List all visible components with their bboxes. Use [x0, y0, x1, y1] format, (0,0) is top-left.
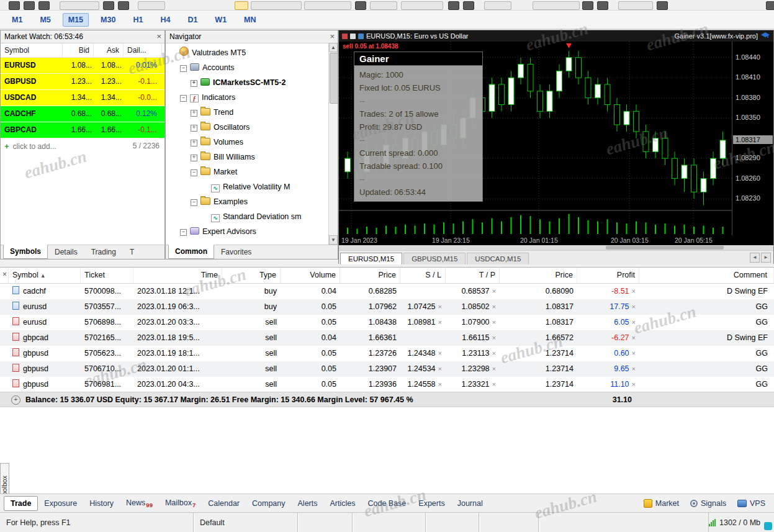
tab-trading[interactable]: Trading	[84, 245, 123, 259]
toolbar-fragment[interactable]	[448, 1, 459, 10]
expander-plus-icon[interactable]: +	[191, 140, 197, 147]
tab-mailbox[interactable]: Mailbox7	[159, 496, 202, 511]
scrollbar-thumb[interactable]	[606, 246, 724, 250]
nav-item-indicators[interactable]: −ƒIndicators	[166, 90, 328, 105]
toolbar-fragment[interactable]	[103, 1, 114, 10]
nav-item-standard-deviation-sm[interactable]: ∿Standard Deviation sm	[166, 209, 328, 224]
toolbar-fragment[interactable]	[60, 1, 99, 10]
expander-minus-icon[interactable]: −	[191, 199, 197, 206]
toolbar-fragment[interactable]	[235, 1, 248, 10]
column-header-t-p-7[interactable]: T / P	[446, 268, 500, 283]
toolbar-fragment[interactable]	[24, 1, 35, 10]
chart-horizontal-scrollbar[interactable]	[339, 245, 773, 250]
time-axis[interactable]: 19 Jan 202319 Jan 23:1520 Jan 01:1520 Ja…	[339, 235, 773, 245]
nav-item-trend[interactable]: +Trend	[166, 105, 328, 120]
column-header-type-3[interactable]: Type	[222, 268, 281, 283]
toolbar-fragment[interactable]	[533, 1, 580, 10]
tab-calendar[interactable]: Calendar	[202, 497, 246, 510]
tab-alerts[interactable]: Alerts	[292, 497, 324, 510]
tab-news[interactable]: News99	[120, 496, 159, 511]
position-row-eurusd-1[interactable]: eurusd5703557...2023.01.19 06:3...buy0.0…	[0, 299, 774, 315]
remove-icon[interactable]: ×	[632, 334, 636, 341]
expand-summary-icon[interactable]: +	[11, 395, 20, 405]
toolbar-fragment[interactable]	[657, 1, 668, 10]
toolbar-fragment[interactable]	[618, 1, 653, 10]
nav-item-examples[interactable]: −Examples	[166, 194, 328, 209]
scroll-up-icon[interactable]: ▲	[329, 43, 338, 52]
position-row-gbpcad-3[interactable]: gbpcad5702165...2023.01.18 19:5...sell0.…	[0, 330, 774, 346]
chart-menu-icon[interactable]	[342, 34, 348, 39]
remove-icon[interactable]: ×	[632, 318, 636, 326]
position-row-gbpusd-4[interactable]: gbpusd5705623...2023.01.19 18:1...sell0.…	[0, 346, 774, 361]
mql5-hat-icon[interactable]	[760, 32, 770, 40]
prev-chart-icon[interactable]: ◄	[750, 253, 760, 263]
remove-icon[interactable]: ×	[492, 303, 496, 310]
chart-window-icon[interactable]	[350, 34, 356, 39]
timeframe-m5[interactable]: M5	[34, 13, 56, 27]
remove-icon[interactable]: ×	[492, 334, 496, 341]
toolbar-fragment[interactable]	[355, 1, 366, 10]
navigator-scrollbar[interactable]: ▲ ▼	[328, 43, 338, 245]
column-header-ticket-1[interactable]: Ticket	[81, 268, 133, 283]
status-profile-label[interactable]: Default	[200, 518, 225, 527]
market-watch-row-gbpusd[interactable]: GBPUSD1.23...1.23...-0.1...	[1, 74, 164, 90]
column-header-price-5[interactable]: Price	[340, 268, 400, 283]
column-header-profit-9[interactable]: Profit	[577, 268, 639, 283]
toolbar-fragment[interactable]	[118, 1, 129, 10]
toolbar-fragment[interactable]	[251, 1, 302, 10]
status-profile-segment[interactable]: Default	[194, 513, 298, 532]
column-header-time-2[interactable]: Time	[133, 268, 222, 283]
tab-trade[interactable]: Trade	[4, 496, 38, 511]
remove-icon[interactable]: ×	[438, 365, 442, 372]
scroll-down-icon[interactable]: ▼	[329, 235, 338, 245]
remove-icon[interactable]: ×	[438, 318, 442, 326]
tab-signals[interactable]: Signals	[685, 497, 731, 510]
remove-icon[interactable]: ×	[438, 381, 442, 388]
remove-icon[interactable]: ×	[492, 318, 496, 326]
tab-history[interactable]: History	[83, 497, 120, 510]
expander-plus-icon[interactable]: +	[191, 155, 197, 161]
timeframe-h4[interactable]: H4	[155, 13, 176, 27]
tab-vps[interactable]: VPS	[732, 497, 770, 510]
market-watch-row-gbpcad[interactable]: GBPCAD1.66...1.66...-0.1...	[1, 122, 164, 138]
timeframe-m1[interactable]: M1	[6, 13, 28, 27]
toolbar-fragment[interactable]	[304, 1, 351, 10]
market-watch-row-eurusd[interactable]: EURUSD1.08...1.08...0.01%	[1, 58, 164, 74]
market-watch-row-usdcad[interactable]: USDCAD1.34...1.34...-0.0...	[1, 90, 164, 106]
tab-favorites[interactable]: Favorites	[214, 245, 258, 259]
nav-item-volumes[interactable]: +Volumes	[166, 135, 328, 150]
market-watch-row-cadchf[interactable]: CADCHF0.68...0.68...0.12%	[1, 106, 164, 122]
toolbar-fragment[interactable]	[484, 1, 511, 10]
timeframe-m15[interactable]: M15	[63, 13, 89, 27]
toolbar-fragment[interactable]	[9, 1, 20, 10]
expander-minus-icon[interactable]: −	[191, 169, 197, 176]
tab-company[interactable]: Company	[246, 497, 292, 510]
remove-icon[interactable]: ×	[438, 303, 442, 310]
chart-tab-usdcad-m15[interactable]: USDCAD,M15	[467, 253, 529, 264]
timeframe-w1[interactable]: W1	[209, 13, 232, 27]
tab-exposure[interactable]: Exposure	[38, 497, 83, 510]
position-row-eurusd-2[interactable]: eurusd5706898...2023.01.20 03:3...sell0.…	[0, 315, 774, 330]
remove-icon[interactable]: ×	[492, 349, 496, 357]
toolbar-fragment[interactable]	[138, 1, 165, 10]
expander-plus-icon[interactable]: +	[191, 80, 197, 87]
tab-t[interactable]: T	[123, 245, 141, 259]
toolbar-fragment[interactable]	[401, 1, 443, 10]
toolbar-fragment[interactable]	[597, 1, 608, 10]
tab-experts[interactable]: Experts	[412, 497, 451, 510]
position-row-gbpusd-5[interactable]: gbpusd5706710...2023.01.20 01:1...sell0.…	[0, 361, 774, 377]
remove-icon[interactable]: ×	[492, 287, 496, 295]
nav-item-relative-volatility-m[interactable]: ∿Relative Volatility M	[166, 179, 328, 194]
toolbar-fragment[interactable]	[38, 1, 50, 10]
toolbar-fragment[interactable]	[463, 1, 474, 10]
expander-plus-icon[interactable]: +	[191, 125, 197, 132]
expander-plus-icon[interactable]: +	[191, 110, 197, 117]
column-header-s-l-6[interactable]: S / L	[400, 268, 446, 283]
toolbar-fragment[interactable]	[370, 1, 397, 10]
remove-icon[interactable]: ×	[632, 349, 636, 357]
tab-details[interactable]: Details	[48, 245, 84, 259]
close-toolbox-icon[interactable]: ×	[2, 270, 7, 279]
remove-icon[interactable]: ×	[492, 365, 496, 372]
tab-journal[interactable]: Journal	[451, 497, 489, 510]
timeframe-mn[interactable]: MN	[238, 13, 261, 27]
